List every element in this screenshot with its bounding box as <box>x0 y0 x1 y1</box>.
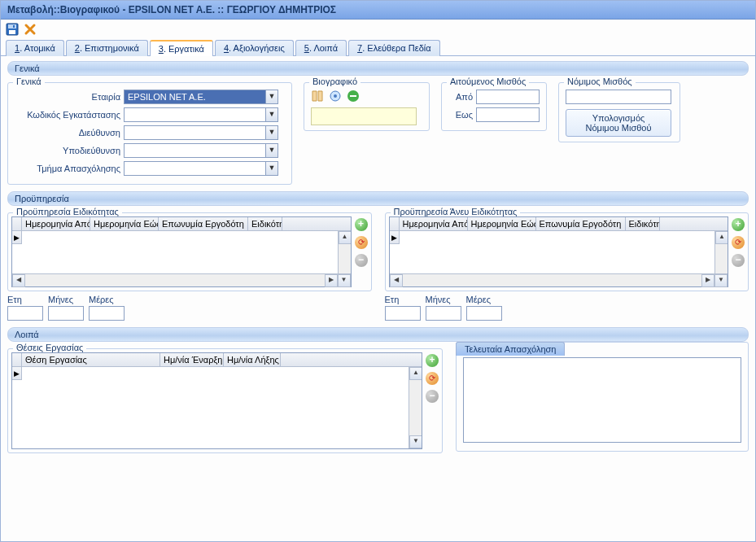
salary-from-label: Από <box>448 92 473 102</box>
chevron-down-icon[interactable]: ▼ <box>265 162 277 175</box>
scrollbar-vertical[interactable]: ▲ <box>714 231 728 273</box>
group-positions: Θέσεις Εργασίας Θέση Εργασίας Ημ/νία Ένα… <box>7 348 443 453</box>
open-icon[interactable] <box>329 90 342 103</box>
tab-work[interactable]: 3. Εργατικά <box>150 40 213 56</box>
group-exp-nospecialty: Προϋπηρεσία Άνευ Ειδικότητας Ημερομηνία … <box>385 212 749 291</box>
col-employer[interactable]: Επωνυμία Εργοδότη <box>159 217 248 230</box>
book-icon[interactable] <box>311 90 324 103</box>
add-row-icon[interactable] <box>355 218 368 231</box>
svg-rect-7 <box>350 95 356 97</box>
months-input[interactable] <box>426 306 461 321</box>
chevron-down-icon[interactable]: ▼ <box>265 108 277 121</box>
salary-from-input[interactable] <box>476 90 540 104</box>
salary-to-label: Εως <box>448 110 473 120</box>
cv-file-field[interactable] <box>311 107 417 125</box>
refresh-row-icon[interactable] <box>426 372 439 385</box>
calc-legal-salary-button[interactable]: Υπολογισμός Νόμιμου Μισθού <box>566 109 671 137</box>
group-requested-salary-title: Αιτούμενος Μισθός <box>447 76 529 86</box>
scroll-down-icon[interactable]: ▼ <box>338 274 351 287</box>
years-label: Ετη <box>7 295 43 304</box>
tab-scientific[interactable]: 2. Επιστημονικά <box>66 40 148 56</box>
dept-label: Τμήμα Απασχόλησης <box>15 164 120 173</box>
refresh-row-icon[interactable] <box>732 236 745 249</box>
years-input[interactable] <box>7 306 43 321</box>
group-positions-title: Θέσεις Εργασίας <box>13 343 86 352</box>
last-employment-textarea[interactable] <box>463 357 741 443</box>
row-indicator-icon: ▶ <box>12 231 22 244</box>
address-input[interactable] <box>125 126 265 139</box>
delete-icon[interactable] <box>24 23 37 36</box>
chevron-down-icon[interactable]: ▼ <box>265 90 277 103</box>
scroll-up-icon[interactable]: ▲ <box>409 367 422 380</box>
col-start-date[interactable]: Ημ/νία Έναρξης <box>160 353 224 366</box>
subaddress-input[interactable] <box>125 144 265 157</box>
row-indicator-icon: ▶ <box>12 367 22 380</box>
section-other-header: Λοιπά <box>7 327 749 342</box>
subaddress-combo[interactable]: ▼ <box>124 143 278 158</box>
col-date-from[interactable]: Ημερομηνία Από <box>22 217 90 230</box>
salary-to-input[interactable] <box>476 107 540 122</box>
add-row-icon[interactable] <box>732 218 745 231</box>
months-input[interactable] <box>48 306 84 321</box>
col-position[interactable]: Θέση Εργασίας <box>22 353 160 366</box>
scroll-right-icon[interactable]: ▶ <box>701 274 714 287</box>
remove-icon[interactable] <box>347 90 360 103</box>
col-date-from[interactable]: Ημερομηνία Από <box>400 217 468 230</box>
install-combo[interactable]: ▼ <box>124 107 278 122</box>
scroll-right-icon[interactable]: ▶ <box>325 274 338 287</box>
days-label: Μέρες <box>466 295 502 304</box>
install-input[interactable] <box>125 108 265 121</box>
grid-exp-nospecialty[interactable]: Ημερομηνία Από Ημερομηνία Εώς Επωνυμία Ε… <box>389 216 729 287</box>
company-input[interactable] <box>125 90 265 103</box>
col-specialty[interactable]: Ειδικότη <box>626 217 660 230</box>
dept-input[interactable] <box>125 162 265 175</box>
scrollbar-vertical[interactable]: ▲ <box>338 231 351 273</box>
chevron-down-icon[interactable]: ▼ <box>265 144 277 157</box>
company-combo[interactable]: ▼ <box>124 90 278 104</box>
grid-positions[interactable]: Θέση Εργασίας Ημ/νία Έναρξης Ημ/νία Λήξη… <box>11 352 422 449</box>
tab-personal[interactable]: 1. Ατομικά <box>6 40 64 56</box>
group-general-title: Γενικά <box>13 76 45 86</box>
group-last-employment-title: Τελευταία Απασχόληση <box>456 342 565 356</box>
col-end-date[interactable]: Ημ/νία Λήξης <box>224 353 281 366</box>
days-input[interactable] <box>466 306 502 321</box>
scroll-up-icon[interactable]: ▲ <box>339 231 351 244</box>
delete-row-icon[interactable] <box>732 254 745 267</box>
years-input[interactable] <box>385 306 421 321</box>
group-exp-specialty: Προϋπηρεσία Ειδικότητας Ημερομηνία Από Η… <box>7 212 372 291</box>
refresh-row-icon[interactable] <box>355 236 368 249</box>
delete-row-icon[interactable] <box>426 390 439 403</box>
section-experience-header: Προϋπηρεσία <box>7 191 749 206</box>
add-row-icon[interactable] <box>426 354 439 367</box>
grid-exp-specialty[interactable]: Ημερομηνία Από Ημερομηνία Εώς Επωνυμία Ε… <box>11 216 352 287</box>
dept-combo[interactable]: ▼ <box>124 161 278 176</box>
scroll-left-icon[interactable]: ◀ <box>12 274 25 287</box>
chevron-down-icon[interactable]: ▼ <box>265 126 277 139</box>
save-icon[interactable] <box>6 23 19 36</box>
days-input[interactable] <box>89 306 125 321</box>
scroll-down-icon[interactable]: ▼ <box>409 435 422 448</box>
scrollbar-horizontal[interactable]: ◀ ▶ ▼ <box>390 273 728 286</box>
years-label: Ετη <box>385 295 421 304</box>
col-date-to[interactable]: Ημερομηνία Εώς <box>468 217 536 230</box>
scroll-left-icon[interactable]: ◀ <box>390 274 403 287</box>
col-date-to[interactable]: Ημερομηνία Εώς <box>90 217 159 230</box>
section-general-header: Γενικά <box>7 61 749 76</box>
address-combo[interactable]: ▼ <box>124 125 278 140</box>
col-specialty[interactable]: Ειδικότη <box>248 217 282 230</box>
group-exp-specialty-title: Προϋπηρεσία Ειδικότητας <box>13 207 122 216</box>
svg-rect-2 <box>9 30 15 34</box>
delete-row-icon[interactable] <box>355 254 368 267</box>
scroll-down-icon[interactable]: ▼ <box>714 274 728 287</box>
group-general: Γενικά Εταιρία ▼ Κωδικός Εγκατάστασης ▼ <box>7 82 292 185</box>
scrollbar-vertical[interactable]: ▲ ▼ <box>409 367 422 448</box>
legal-salary-input[interactable] <box>566 90 671 104</box>
tab-evaluations[interactable]: 4. Αξιολογήσεις <box>215 40 294 56</box>
tab-free-fields[interactable]: 7. Ελεύθερα Πεδία <box>348 40 439 56</box>
scroll-up-icon[interactable]: ▲ <box>715 231 728 244</box>
col-employer[interactable]: Επωνυμία Εργοδότη <box>536 217 626 230</box>
window-title: Μεταβολή::Βιογραφικού - EPSILON NET A.E.… <box>1 1 755 20</box>
scrollbar-horizontal[interactable]: ◀ ▶ ▼ <box>12 273 351 286</box>
svg-rect-1 <box>8 24 16 28</box>
tab-misc[interactable]: 5. Λοιπά <box>295 40 347 56</box>
